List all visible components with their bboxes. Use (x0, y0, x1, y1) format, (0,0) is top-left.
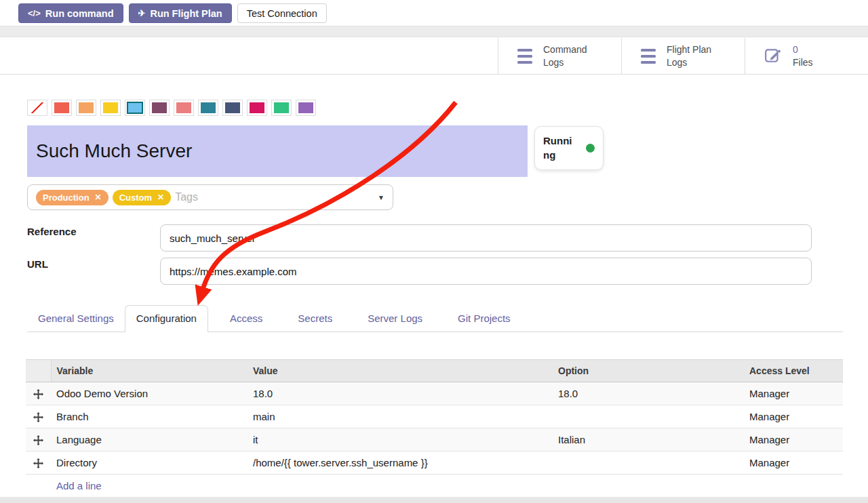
tab-configuration[interactable]: Configuration (125, 305, 208, 332)
edit-square-icon (764, 46, 782, 66)
command-logs-button[interactable]: Command Logs (498, 38, 621, 74)
plane-icon: ✈ (138, 8, 146, 18)
color-picker (27, 100, 316, 116)
cell-variable[interactable]: Language (51, 428, 248, 451)
command-logs-label: Command Logs (543, 43, 587, 68)
cell-variable[interactable]: Branch (51, 405, 248, 428)
cell-value[interactable]: it (248, 428, 553, 451)
table-row: Branch main Manager (26, 405, 843, 428)
tab-general-settings[interactable]: General Settings (27, 306, 125, 331)
chevron-down-icon[interactable]: ▼ (378, 194, 384, 201)
tag-production-label: Production (43, 193, 90, 203)
drag-handle-icon[interactable] (26, 451, 51, 475)
swatch-crimson[interactable] (247, 100, 267, 116)
record-title: Such Much Server (36, 140, 192, 162)
page-background-strip (0, 26, 868, 37)
notebook-tabs: General Settings Configuration Access Se… (27, 306, 843, 332)
cell-access-level[interactable]: Manager (744, 451, 843, 475)
action-bar: </> Run command ✈ Run Flight Plan Test C… (18, 3, 327, 23)
swatch-light-blue-selected[interactable] (125, 100, 145, 116)
tag-remove-icon[interactable]: ✕ (157, 193, 164, 201)
form-header: Command Logs Flight Plan Logs 0 Files (0, 38, 868, 75)
bottom-background-strip (0, 497, 868, 503)
status-toggle-button[interactable]: Running (534, 126, 604, 170)
cell-access-level[interactable]: Manager (744, 428, 843, 451)
table-row: Language it Italian Manager (26, 428, 843, 451)
cell-value[interactable]: /home/{{ tower.server.ssh_username }} (248, 451, 553, 475)
cell-option[interactable] (553, 451, 744, 475)
reference-input[interactable] (160, 224, 812, 252)
cell-option[interactable] (553, 405, 744, 428)
files-label: 0 Files (793, 43, 813, 68)
swatch-navy[interactable] (222, 100, 243, 116)
test-connection-button[interactable]: Test Connection (237, 3, 327, 23)
stat-buttons: Command Logs Flight Plan Logs 0 Files (498, 38, 868, 74)
swatch-yellow[interactable] (100, 100, 121, 116)
column-header-variable: Variable (51, 360, 248, 382)
swatch-purple[interactable] (296, 100, 316, 116)
tag-production: Production ✕ (36, 190, 108, 205)
flight-plan-logs-label: Flight Plan Logs (667, 43, 711, 68)
table-header-row: Variable Value Option Access Level (26, 360, 843, 382)
cell-value[interactable]: 18.0 (248, 382, 553, 405)
cell-option[interactable]: Italian (553, 428, 744, 451)
test-connection-label: Test Connection (247, 8, 317, 19)
tags-placeholder: Tags (175, 191, 198, 203)
cell-variable[interactable]: Odoo Demo Version (51, 382, 248, 405)
add-line-row: Add a line (26, 475, 843, 498)
run-command-button[interactable]: </> Run command (18, 3, 123, 23)
table-row: Odoo Demo Version 18.0 18.0 Manager (26, 382, 843, 405)
column-header-access-level: Access Level (744, 360, 843, 382)
swatch-dark-purple[interactable] (149, 100, 170, 116)
cell-access-level[interactable]: Manager (744, 382, 843, 405)
cell-access-level[interactable]: Manager (744, 405, 843, 428)
reference-label: Reference (27, 226, 77, 237)
list-lines-icon (517, 47, 532, 65)
tag-custom: Custom ✕ (113, 190, 171, 205)
tag-custom-label: Custom (119, 193, 152, 203)
tab-secrets[interactable]: Secrets (287, 306, 343, 331)
status-label: Running (543, 134, 574, 162)
column-header-value: Value (248, 360, 553, 382)
tab-server-logs[interactable]: Server Logs (357, 306, 433, 331)
swatch-salmon[interactable] (174, 100, 194, 116)
configuration-table: Variable Value Option Access Level Odoo … (26, 359, 843, 498)
swatch-red[interactable] (52, 100, 72, 116)
tag-remove-icon[interactable]: ✕ (95, 193, 102, 201)
cell-option[interactable]: 18.0 (553, 382, 744, 405)
run-flight-plan-button[interactable]: ✈ Run Flight Plan (129, 3, 232, 23)
drag-handle-icon[interactable] (26, 382, 51, 405)
swatch-no-color[interactable] (27, 100, 47, 116)
swatch-orange[interactable] (76, 100, 96, 116)
drag-handle-icon[interactable] (26, 428, 51, 451)
url-label: URL (27, 258, 48, 270)
cell-variable[interactable]: Directory (51, 451, 248, 475)
status-dot-icon (586, 144, 595, 153)
url-input[interactable] (160, 258, 812, 285)
run-command-label: Run command (45, 8, 114, 19)
code-icon: </> (28, 8, 41, 18)
record-title-field[interactable]: Such Much Server (27, 125, 528, 177)
handle-column-header (26, 360, 51, 382)
tab-git-projects[interactable]: Git Projects (447, 306, 521, 331)
flight-plan-logs-button[interactable]: Flight Plan Logs (621, 38, 745, 74)
cell-value[interactable]: main (248, 405, 553, 428)
files-button[interactable]: 0 Files (745, 38, 868, 74)
list-lines-icon (641, 47, 656, 65)
run-flight-plan-label: Run Flight Plan (150, 8, 222, 19)
swatch-teal[interactable] (198, 100, 218, 116)
swatch-green[interactable] (271, 100, 292, 116)
column-header-option: Option (553, 360, 744, 382)
add-a-line-link[interactable]: Add a line (26, 475, 843, 498)
tags-field[interactable]: Production ✕ Custom ✕ Tags ▼ (27, 184, 393, 210)
drag-handle-icon[interactable] (26, 405, 51, 428)
tab-access[interactable]: Access (219, 306, 273, 331)
table-row: Directory /home/{{ tower.server.ssh_user… (26, 451, 843, 475)
